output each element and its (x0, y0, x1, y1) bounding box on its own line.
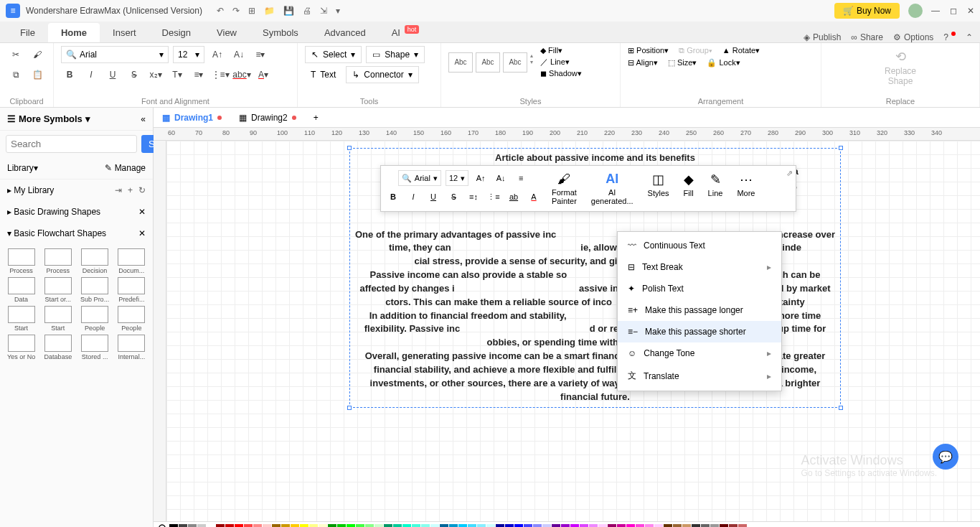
color-swatch[interactable] (281, 524, 290, 528)
color-swatch[interactable] (505, 524, 514, 528)
menu-make-shorter[interactable]: ≡−Make this passage shorter (618, 321, 781, 342)
color-swatch[interactable] (300, 524, 308, 528)
float-size-dropdown[interactable]: 12▾ (446, 170, 468, 186)
size-dropdown[interactable]: ⬚ Size▾ (668, 58, 697, 67)
resize-handle[interactable] (839, 146, 843, 150)
highlight-icon[interactable]: abc▾ (233, 66, 250, 83)
color-swatch[interactable] (412, 524, 420, 528)
float-bullets-icon[interactable]: ⋮≡ (486, 189, 501, 205)
new-icon[interactable]: ⊞ (248, 6, 255, 16)
color-swatch[interactable] (636, 524, 644, 528)
menu-change-tone[interactable]: ☺Change Tone▸ (618, 342, 781, 364)
share-button[interactable]: ∞Share (851, 32, 883, 42)
color-swatch[interactable] (337, 524, 346, 528)
basic-flowchart-section[interactable]: ▾ Basic Flowchart Shapes ✕ (0, 223, 153, 244)
float-bold-icon[interactable]: B (385, 189, 401, 205)
color-swatch[interactable] (244, 524, 253, 528)
style-preset-2[interactable]: Abc (476, 52, 500, 73)
tab-file[interactable]: File (7, 23, 48, 42)
publish-button[interactable]: ◈Publish (804, 32, 841, 42)
color-swatch[interactable] (188, 524, 197, 528)
shape-item[interactable]: Internal... (115, 335, 149, 360)
paste-icon[interactable]: 📋 (29, 66, 46, 83)
color-swatch[interactable] (664, 524, 672, 528)
more-symbols-dropdown[interactable]: ☰ More Symbols▾ (7, 113, 90, 124)
color-swatch[interactable] (430, 524, 439, 528)
help-button[interactable]: ? (943, 32, 956, 42)
subscript-icon[interactable]: x₂▾ (147, 66, 164, 83)
color-swatch[interactable] (580, 524, 588, 528)
menu-continuous-text[interactable]: 〰Continuous Text (618, 235, 781, 256)
menu-text-break[interactable]: ⊟Text Break▸ (618, 256, 781, 278)
color-swatch[interactable] (561, 524, 570, 528)
close-icon[interactable]: ✕ (967, 6, 974, 16)
basic-drawing-section[interactable]: ▸ Basic Drawing Shapes ✕ (0, 201, 153, 223)
color-swatch[interactable] (542, 524, 551, 528)
format-painter-icon[interactable]: 🖌 (29, 46, 46, 63)
color-swatch[interactable] (207, 524, 215, 528)
style-preset-1[interactable]: Abc (448, 52, 473, 73)
color-swatch[interactable] (496, 524, 504, 528)
color-swatch[interactable] (309, 524, 318, 528)
color-swatch[interactable] (654, 524, 663, 528)
new-doc-tab[interactable]: + (305, 109, 327, 126)
import-icon[interactable]: ⇥ (115, 185, 122, 195)
fill-dropdown[interactable]: ◆ Fill▾ (540, 46, 582, 55)
user-avatar[interactable] (908, 4, 923, 18)
close-section-icon[interactable]: ✕ (138, 207, 146, 217)
tab-symbols[interactable]: Symbols (250, 23, 311, 42)
resize-handle[interactable] (839, 406, 843, 410)
italic-icon[interactable]: I (83, 66, 100, 83)
doc-tab-drawing2[interactable]: ▦Drawing2 (230, 109, 305, 126)
color-swatch[interactable] (598, 524, 607, 528)
float-highlight-icon[interactable]: ab (506, 189, 522, 205)
buy-now-button[interactable]: 🛒 Buy Now (834, 3, 900, 19)
float-pin-icon[interactable]: ⇗ (786, 169, 793, 178)
maximize-icon[interactable]: ◻ (950, 6, 957, 16)
float-styles[interactable]: ◫Styles (644, 170, 674, 207)
strikethrough-icon[interactable]: S̶ (126, 66, 143, 83)
position-dropdown[interactable]: ⊞ Position▾ (628, 46, 669, 55)
color-swatch[interactable] (347, 524, 355, 528)
color-swatch[interactable] (626, 524, 635, 528)
underline-icon[interactable]: U (104, 66, 121, 83)
my-library-section[interactable]: ▸ My Library ⇥+↻ (0, 179, 153, 201)
collapse-ribbon-icon[interactable]: ⌃ (966, 32, 973, 42)
doc-tab-drawing1[interactable]: ▦Drawing1 (154, 109, 230, 126)
color-swatch[interactable] (253, 524, 262, 528)
shape-item[interactable]: Decision (78, 248, 112, 274)
shape-item[interactable]: Start (4, 306, 38, 332)
bold-icon[interactable]: B (61, 66, 78, 83)
font-name-dropdown[interactable]: 🔍Arial▾ (61, 46, 169, 63)
color-swatch[interactable] (468, 524, 476, 528)
export-icon[interactable]: ⇲ (320, 6, 327, 16)
tab-home[interactable]: Home (48, 23, 100, 42)
replace-shape-button[interactable]: ⟲ Replace Shape (829, 46, 972, 89)
color-swatch[interactable] (720, 524, 728, 528)
color-swatch[interactable] (216, 524, 225, 528)
color-swatch[interactable] (225, 524, 234, 528)
float-format-painter[interactable]: 🖌Format Painter (547, 170, 581, 207)
tab-view[interactable]: View (204, 23, 250, 42)
connector-tool[interactable]: ↳Connector▾ (346, 66, 418, 83)
float-font-dropdown[interactable]: 🔍Arial▾ (398, 170, 441, 186)
color-swatch[interactable] (272, 524, 281, 528)
color-swatch[interactable] (617, 524, 626, 528)
increase-font-icon[interactable]: A↑ (209, 46, 226, 63)
bullets-icon[interactable]: ⋮≡▾ (212, 66, 229, 83)
align-dropdown[interactable]: ⊟ Align▾ (628, 58, 658, 67)
color-swatch[interactable] (365, 524, 374, 528)
collapse-panel-icon[interactable]: « (141, 114, 146, 124)
group-dropdown[interactable]: ⧉ Group▾ (679, 46, 712, 55)
lock-dropdown[interactable]: 🔒 Lock▾ (707, 58, 740, 67)
color-swatch[interactable] (169, 524, 178, 528)
color-swatch[interactable] (440, 524, 448, 528)
color-swatch[interactable] (692, 524, 700, 528)
float-more[interactable]: ⋯More (732, 170, 759, 207)
style-gallery-more[interactable]: ▴▾ (530, 52, 533, 73)
copy-icon[interactable]: ⧉ (7, 66, 24, 83)
color-swatch[interactable] (477, 524, 486, 528)
float-strike-icon[interactable]: S̶ (446, 189, 461, 205)
line-spacing-icon[interactable]: ≡▾ (190, 66, 207, 83)
text-tool[interactable]: TText (305, 67, 341, 83)
